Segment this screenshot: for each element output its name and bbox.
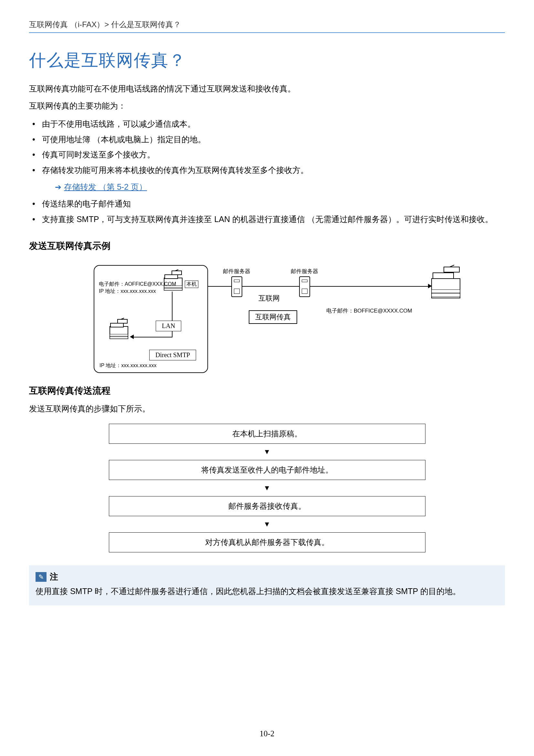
feature-item: 支持直接 SMTP，可与支持互联网传真并连接至 LAN 的机器进行直接通信 （无… [29, 212, 505, 227]
feature-item: 由于不使用电话线路，可以减少通信成本。 [29, 116, 505, 132]
mail-server-label: 邮件服务器 [223, 268, 250, 275]
transmission-flow: 在本机上扫描原稿。 ▼ 将传真发送至收件人的电子邮件地址。 ▼ 邮件服务器接收传… [109, 424, 425, 553]
svg-rect-10 [111, 323, 123, 327]
mfp-icon [430, 264, 462, 300]
left-ip-label: IP 地址：xxx.xxx.xxx.xxx [99, 288, 176, 295]
note-body: 使用直接 SMTP 时，不通过邮件服务器进行通信，因此您机器上扫描的文档会被直接… [36, 584, 498, 598]
feature-list-2: 传送结果的电子邮件通知 支持直接 SMTP，可与支持互联网传真并连接至 LAN … [29, 196, 505, 227]
section-heading-flow: 互联网传真传送流程 [29, 385, 505, 397]
flow-step: 在本机上扫描原稿。 [109, 424, 425, 444]
breadcrumb: 互联网传真 （i-FAX）> 什么是互联网传真？ [29, 19, 505, 33]
internet-label: 互联网 [258, 293, 280, 303]
feature-item: 传送结果的电子邮件通知 [29, 196, 505, 212]
svg-marker-9 [117, 319, 127, 323]
flow-intro-text: 发送互联网传真的步骤如下所示。 [29, 403, 505, 414]
note-icon: ✎ [36, 572, 46, 582]
note-title: 注 [50, 571, 58, 582]
mfp-icon [108, 317, 130, 341]
svg-marker-3 [172, 271, 182, 275]
local-site-box: 电子邮件：AOFFICE@XXX.COM IP 地址：xxx.xxx.xxx.x… [94, 265, 208, 373]
down-arrow-icon: ▼ [109, 516, 425, 532]
crossref-link-row: ➔ 存储转发 （第 5-2 页） [55, 182, 505, 192]
down-arrow-icon: ▼ [109, 480, 425, 496]
arrow-right-icon: ➔ [55, 183, 62, 192]
flow-step: 对方传真机从邮件服务器下载传真。 [109, 532, 425, 553]
feature-item: 可使用地址簿 （本机或电脑上）指定目的地。 [29, 132, 505, 148]
feature-item: 存储转发功能可用来将本机接收的传真作为互联网传真转发至多个接收方。 [29, 163, 505, 178]
feature-item: 传真可同时发送至多个接收方。 [29, 147, 505, 163]
page-number: 10-2 [0, 729, 534, 738]
svg-rect-13 [432, 290, 460, 293]
send-ifax-diagram: 电子邮件：AOFFICE@XXX.COM IP 地址：xxx.xxx.xxx.x… [94, 262, 505, 372]
svg-marker-15 [444, 267, 459, 272]
left-email-label: 电子邮件：AOFFICE@XXX.COM [99, 281, 176, 288]
lan-label: LAN [156, 321, 181, 331]
section-heading-example: 发送互联网传真示例 [29, 240, 505, 252]
ifax-box-label: 互联网传真 [249, 310, 297, 324]
remote-mfp [430, 264, 462, 300]
mail-server-right: 邮件服务器 [291, 268, 318, 297]
svg-rect-16 [433, 273, 454, 279]
svg-rect-4 [165, 275, 178, 279]
mail-server-label: 邮件服务器 [291, 268, 318, 275]
svg-rect-8 [110, 337, 128, 339]
flow-step: 将传真发送至收件人的电子邮件地址。 [109, 460, 425, 480]
bottom-ip-label: IP 地址：xxx.xxx.xxx.xxx [99, 362, 157, 369]
direct-smtp-label: Direct SMTP [149, 350, 196, 361]
flow-step: 邮件服务器接收传真。 [109, 496, 425, 516]
intro-text-1: 互联网传真功能可在不使用电话线路的情况下通过互联网发送和接收传真。 [29, 81, 505, 96]
svg-rect-7 [110, 334, 128, 336]
crossref-link[interactable]: 存储转发 （第 5-2 页） [64, 182, 147, 192]
page-title: 什么是互联网传真？ [29, 49, 505, 72]
mail-server-left: 邮件服务器 [223, 268, 250, 297]
intro-text-2: 互联网传真的主要功能为： [29, 98, 505, 113]
svg-rect-14 [432, 293, 460, 297]
note-box: ✎ 注 使用直接 SMTP 时，不通过邮件服务器进行通信，因此您机器上扫描的文档… [29, 565, 505, 606]
local-machine-tag: 本机 [185, 281, 198, 288]
down-arrow-icon: ▼ [109, 444, 425, 460]
right-email-label: 电子邮件：BOFFICE@XXXX.COM [326, 307, 412, 315]
feature-list-1: 由于不使用电话线路，可以减少通信成本。 可使用地址簿 （本机或电脑上）指定目的地… [29, 116, 505, 178]
